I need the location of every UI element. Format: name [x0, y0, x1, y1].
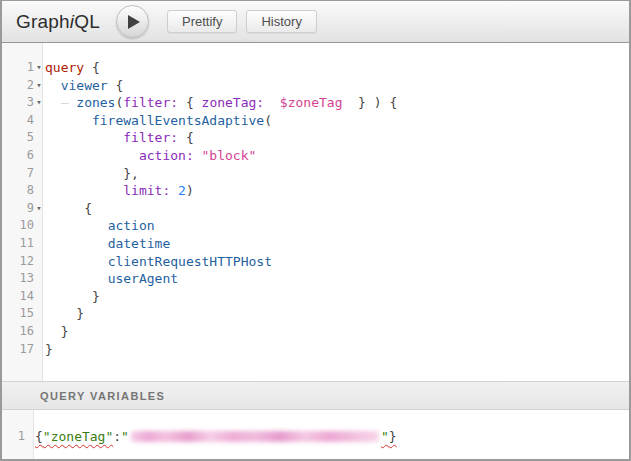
fold-spacer — [34, 235, 44, 253]
line-number: 11 — [2, 235, 34, 253]
code-token-string: "block" — [202, 148, 257, 163]
fold-spacer — [34, 305, 44, 323]
code-token-punct — [194, 148, 202, 163]
code-line[interactable]: 2▾ viewer { — [2, 77, 629, 95]
code-token-punct: } — [45, 306, 84, 321]
code-token-punct: : — [113, 429, 121, 444]
code-text: clientRequestHTTPHost — [44, 253, 272, 271]
code-line[interactable]: 16 } — [2, 323, 629, 341]
line-number: 4 — [2, 112, 34, 130]
code-token-punct: } — [45, 289, 100, 304]
redacted-zone-tag-value — [131, 431, 379, 442]
code-line[interactable]: 9▾ { — [2, 200, 629, 218]
code-line[interactable]: 1▾query { — [2, 59, 629, 77]
line-number: 8 — [2, 182, 34, 200]
code-token-attr: zoneTag: — [202, 95, 265, 110]
query-editor[interactable]: 1▾query {2▾ viewer {3▾ – zones(filter: {… — [2, 43, 629, 381]
code-token-punct: { — [108, 78, 124, 93]
code-token-punct: { — [35, 429, 43, 444]
fold-arrow-icon[interactable]: ▾ — [34, 94, 44, 112]
fold-spacer — [34, 129, 44, 147]
code-token-punct: { — [178, 130, 194, 145]
code-text: action: "block" — [44, 147, 256, 165]
code-line[interactable]: 4 firewallEventsAdaptive( — [2, 112, 629, 130]
code-line[interactable]: 13 userAgent — [2, 270, 629, 288]
code-token-vkey: "zoneTag" — [43, 429, 113, 444]
toolbar: GraphiQL Prettify History — [2, 1, 629, 43]
fold-spacer — [34, 217, 44, 235]
code-token-punct — [45, 95, 61, 110]
code-token-punct: { — [45, 201, 92, 216]
fold-spacer — [34, 147, 44, 165]
line-number: 9 — [2, 200, 34, 218]
code-text: limit: 2) — [44, 182, 194, 200]
code-token-punct — [45, 271, 108, 286]
history-button[interactable]: History — [246, 10, 316, 33]
code-text: query { — [44, 59, 100, 77]
code-text: firewallEventsAdaptive( — [44, 112, 272, 130]
line-number: 13 — [2, 270, 34, 288]
query-editor-lines: 1▾query {2▾ viewer {3▾ – zones(filter: {… — [2, 43, 629, 358]
code-line[interactable]: 7 }, — [2, 165, 629, 183]
code-token-punct — [264, 95, 280, 110]
code-line[interactable]: 17} — [2, 341, 629, 359]
fold-spacer — [34, 288, 44, 306]
code-line[interactable]: 6 action: "block" — [2, 147, 629, 165]
variables-code: {"zoneTag":""} — [25, 428, 397, 446]
line-number: 5 — [2, 129, 34, 147]
fold-arrow-icon[interactable]: ▾ — [34, 59, 44, 77]
fold-spacer — [34, 253, 44, 271]
code-token-field: clientRequestHTTPHost — [108, 254, 272, 269]
code-token-vkey: " — [121, 429, 129, 444]
code-token-punct: } — [45, 342, 53, 357]
execute-button[interactable] — [116, 5, 149, 38]
logo-text-post: QL — [74, 11, 100, 32]
code-text: – zones(filter: { zoneTag: $zoneTag } ) … — [44, 94, 397, 112]
code-text: { — [44, 200, 92, 218]
line-number: 3 — [2, 94, 34, 112]
code-line[interactable]: 11 datetime — [2, 235, 629, 253]
code-text: action — [44, 217, 155, 235]
code-token-punct — [45, 148, 139, 163]
code-token-punct: } — [389, 429, 397, 444]
fold-spacer — [34, 341, 44, 359]
query-variables-header[interactable]: QUERY VARIABLES — [2, 381, 629, 410]
code-token-field: userAgent — [108, 271, 178, 286]
code-line[interactable]: 10 action — [2, 217, 629, 235]
code-token-punct: ) — [186, 183, 194, 198]
variables-editor[interactable]: 1 {"zoneTag":""} — [2, 410, 629, 459]
variables-line[interactable]: 1 {"zoneTag":""} — [2, 428, 629, 446]
line-number: 15 — [2, 305, 34, 323]
graphiql-window: GraphiQL Prettify History 1▾query {2▾ vi… — [0, 0, 631, 461]
code-token-field: zones — [76, 95, 115, 110]
app-logo: GraphiQL — [16, 11, 100, 33]
code-token-punct — [45, 236, 108, 251]
code-token-field: datetime — [108, 236, 171, 251]
fold-spacer — [34, 270, 44, 288]
code-token-punct — [170, 183, 178, 198]
code-line[interactable]: 5 filter: { — [2, 129, 629, 147]
code-token-punct: }, — [45, 166, 139, 181]
prettify-button[interactable]: Prettify — [167, 10, 237, 33]
code-token-punct — [45, 130, 123, 145]
fold-arrow-icon[interactable]: ▾ — [34, 200, 44, 218]
fold-spacer — [34, 165, 44, 183]
code-token-vkey: " — [381, 429, 389, 444]
code-text: userAgent — [44, 270, 178, 288]
code-line[interactable]: 12 clientRequestHTTPHost — [2, 253, 629, 271]
code-token-punct — [45, 254, 108, 269]
code-token-punct — [45, 183, 123, 198]
code-line[interactable]: 3▾ – zones(filter: { zoneTag: $zoneTag }… — [2, 94, 629, 112]
fold-spacer — [34, 112, 44, 130]
code-text: } — [44, 288, 100, 306]
code-line[interactable]: 8 limit: 2) — [2, 182, 629, 200]
code-token-punct: { — [178, 95, 201, 110]
code-text: } — [44, 323, 68, 341]
code-token-punct: { — [84, 60, 100, 75]
line-number: 7 — [2, 165, 34, 183]
fold-spacer — [34, 323, 44, 341]
fold-arrow-icon[interactable]: ▾ — [34, 77, 44, 95]
code-line[interactable]: 14 } — [2, 288, 629, 306]
code-line[interactable]: 15 } — [2, 305, 629, 323]
line-number: 14 — [2, 288, 34, 306]
